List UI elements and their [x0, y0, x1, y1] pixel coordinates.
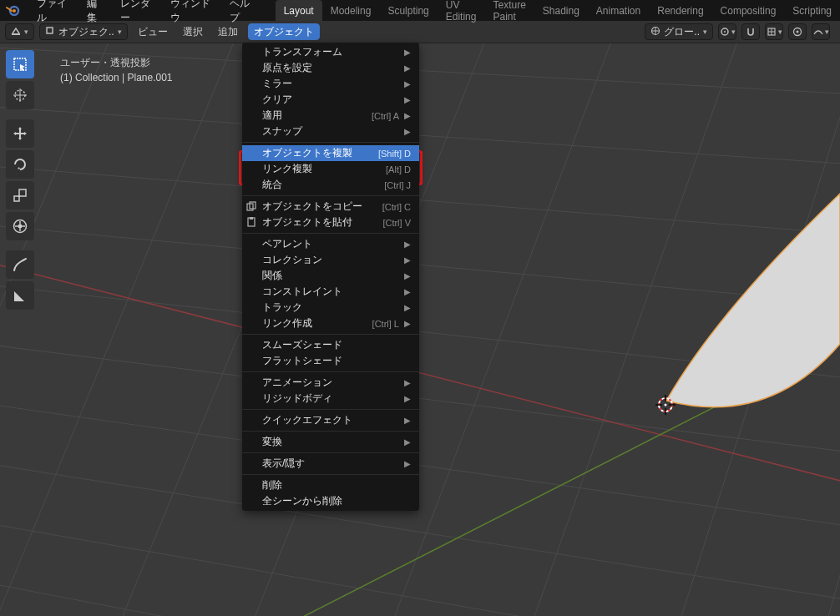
menu-file[interactable]: ファイル	[28, 0, 78, 21]
menu-item-label: 関係	[262, 269, 282, 283]
menu-item-label: フラットシェード	[262, 354, 342, 368]
menu-separator	[242, 474, 419, 475]
menu-item[interactable]: トラック▶	[242, 300, 419, 316]
tool-cursor[interactable]	[6, 81, 34, 109]
tool-move[interactable]	[6, 119, 34, 148]
menu-window[interactable]: ウィンドウ	[162, 0, 220, 21]
object-mode-icon	[45, 26, 55, 38]
menu-item[interactable]: 削除	[242, 477, 419, 493]
menu-edit[interactable]: 編集	[78, 0, 112, 21]
tool-measure[interactable]	[6, 281, 34, 310]
menu-item-label: 原点を設定	[262, 61, 312, 75]
chevron-right-icon: ▶	[404, 378, 411, 387]
orientation-selector[interactable]: グロー.. ▾	[645, 23, 713, 40]
menu-shortcut: [Alt] D	[386, 164, 411, 174]
menu-shortcut: [Ctrl] J	[384, 180, 411, 190]
tool-annotate[interactable]	[6, 250, 34, 279]
menu-item[interactable]: リンク作成[Ctrl] L▶	[242, 316, 419, 331]
svg-point-1	[13, 9, 16, 13]
tab-texture-paint[interactable]: Texture Paint	[484, 0, 534, 21]
menu-item[interactable]: アニメーション▶	[242, 375, 419, 391]
menu-item-label: 全シーンから削除	[262, 494, 342, 508]
tab-layout[interactable]: Layout	[276, 0, 322, 21]
header-right: グロー.. ▾ ▾ ▾ ▾	[645, 23, 835, 40]
menu-object[interactable]: オブジェクト	[248, 23, 320, 40]
menu-item-label: クイックエフェクト	[262, 413, 352, 427]
proportional-falloff[interactable]: ▾	[812, 23, 830, 40]
editor-icon	[11, 26, 21, 38]
menu-item[interactable]: スムーズシェード	[242, 337, 419, 353]
menu-item-label: オブジェクトをコピー	[262, 199, 362, 214]
tab-uv-editing[interactable]: UV Editing	[438, 0, 485, 21]
menu-item[interactable]: 表示/隠す▶	[242, 456, 419, 472]
tab-sculpting[interactable]: Sculpting	[379, 0, 437, 21]
tool-scale[interactable]	[6, 181, 34, 210]
menu-separator	[242, 334, 419, 335]
menu-item-label: オブジェクトを貼付	[262, 215, 352, 230]
tab-scripting[interactable]: Scripting	[784, 0, 840, 21]
menu-item[interactable]: フラットシェード	[242, 353, 419, 369]
menu-item[interactable]: 変換▶	[242, 434, 419, 450]
menu-select[interactable]: 選択	[178, 23, 208, 40]
menu-item[interactable]: トランスフォーム▶	[242, 44, 419, 60]
snap-options[interactable]: ▾	[765, 23, 783, 40]
menu-render[interactable]: レンダー	[112, 0, 162, 21]
tool-separator	[6, 112, 34, 117]
menu-shortcut: [Ctrl] L	[372, 319, 399, 329]
mode-selector[interactable]: オブジェク.. ▾	[39, 23, 128, 40]
chevron-down-icon: ▾	[778, 28, 782, 36]
menu-separator	[242, 233, 419, 234]
pivot-selector[interactable]: ▾	[718, 23, 736, 40]
snap-toggle[interactable]	[741, 23, 760, 40]
proportional-edit-toggle[interactable]	[788, 23, 807, 40]
editor-type-selector[interactable]: ▾	[5, 23, 34, 40]
tab-modeling[interactable]: Modeling	[322, 0, 380, 21]
menu-item[interactable]: リジッドボディ▶	[242, 391, 419, 406]
menu-item[interactable]: ミラー▶	[242, 76, 419, 92]
menu-item[interactable]: オブジェクトをコピー[Ctrl] C	[242, 199, 419, 215]
chevron-right-icon: ▶	[404, 127, 411, 136]
menu-item-label: ミラー	[262, 77, 292, 91]
tool-transform[interactable]	[6, 212, 34, 240]
menu-item-label: コンストレイント	[262, 285, 342, 299]
menu-item[interactable]: スナップ▶	[242, 124, 419, 139]
menu-item-label: クリア	[262, 93, 292, 107]
menu-item[interactable]: 適用[Ctrl] A▶	[242, 108, 419, 124]
menu-item-label: 適用	[262, 109, 282, 123]
chevron-right-icon: ▶	[404, 79, 411, 88]
menu-item[interactable]: クリア▶	[242, 92, 419, 108]
menu-item[interactable]: リンク複製[Alt] D	[242, 161, 419, 177]
menu-item-label: ペアレント	[262, 237, 312, 251]
menu-shortcut: [Ctrl] V	[382, 218, 411, 228]
tool-select-box[interactable]	[6, 50, 34, 78]
menu-separator	[242, 371, 419, 372]
chevron-right-icon: ▶	[404, 437, 411, 447]
tool-rotate[interactable]	[6, 150, 34, 179]
tab-compositing[interactable]: Compositing	[712, 0, 785, 21]
chevron-down-icon: ▾	[703, 28, 707, 36]
menu-separator	[242, 142, 419, 143]
menu-view[interactable]: ビュー	[133, 23, 173, 40]
menu-item[interactable]: 原点を設定▶	[242, 60, 419, 76]
copy-icon	[245, 200, 259, 214]
tab-animation[interactable]: Animation	[588, 0, 649, 21]
menu-item[interactable]: 全シーンから削除	[242, 493, 419, 509]
menu-item[interactable]: 関係▶	[242, 268, 419, 284]
menu-item[interactable]: コレクション▶	[242, 252, 419, 268]
menu-item[interactable]: オブジェクトを貼付[Ctrl] V	[242, 215, 419, 230]
chevron-right-icon: ▶	[404, 287, 411, 296]
menu-add[interactable]: 追加	[213, 23, 243, 40]
menu-item[interactable]: ペアレント▶	[242, 236, 419, 252]
menu-item-label: アニメーション	[262, 376, 332, 390]
viewport-overlay: ユーザー・透視投影 (1) Collection | Plane.001	[60, 55, 173, 85]
menu-item[interactable]: 統合[Ctrl] J	[242, 177, 419, 193]
chevron-right-icon: ▶	[404, 240, 411, 249]
menu-help[interactable]: ヘルプ	[221, 0, 263, 21]
3d-viewport[interactable]: ユーザー・透視投影 (1) Collection | Plane.001	[0, 43, 840, 616]
menu-item[interactable]: オブジェクトを複製[Shift] D	[242, 145, 419, 161]
tab-rendering[interactable]: Rendering	[649, 0, 711, 21]
chevron-down-icon: ▾	[118, 28, 122, 36]
tab-shading[interactable]: Shading	[534, 0, 588, 21]
menu-item[interactable]: クイックエフェクト▶	[242, 412, 419, 428]
menu-item[interactable]: コンストレイント▶	[242, 284, 419, 300]
